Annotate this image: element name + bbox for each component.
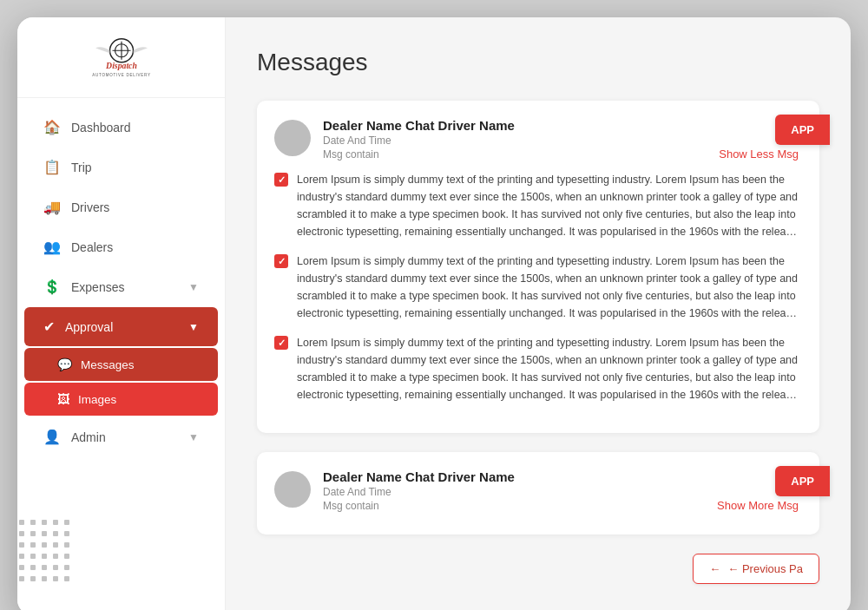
approve-button-1[interactable]: APP <box>775 115 830 145</box>
home-icon: 🏠 <box>43 119 61 135</box>
msg-name-text-1: Dealer Name Chat Driver Name <box>323 118 515 133</box>
sidebar-item-label: Admin <box>71 430 106 444</box>
msg-name-text-2: Dealer Name Chat Driver Name <box>323 469 515 484</box>
avatar-1 <box>274 120 311 156</box>
sidebar-item-approval[interactable]: ✔ Approval ▼ <box>24 307 218 346</box>
nav-list: 🏠 Dashboard 📋 Trip 🚚 Drivers 👥 Dealers 💲 <box>17 107 225 610</box>
msg-meta-2: Dealer Name Chat Driver Name Date And Ti… <box>323 469 799 512</box>
main-content: Messages Dealer Name Chat Driver Name Da… <box>226 17 851 610</box>
sidebar-sub-item-label: Images <box>78 393 116 406</box>
logo-area: Dispatch AUTOMOTIVE DELIVERY <box>17 17 225 98</box>
msg-item-1-2: Lorem Ipsum is simply dummy text of the … <box>274 253 799 322</box>
expenses-icon: 💲 <box>43 279 61 295</box>
arrow-left-icon: ← <box>709 562 720 575</box>
sidebar-item-label: Drivers <box>71 200 109 214</box>
page-title: Messages <box>257 49 819 76</box>
dealers-icon: 👥 <box>43 239 61 255</box>
msg-text-1-2: Lorem Ipsum is simply dummy text of the … <box>297 253 799 322</box>
sidebar-sub-item-label: Messages <box>81 358 135 371</box>
sidebar-item-label: Expenses <box>71 280 124 294</box>
chevron-down-icon: ▼ <box>188 281 199 293</box>
trip-icon: 📋 <box>43 159 61 175</box>
msg-item-1-1: Lorem Ipsum is simply dummy text of the … <box>274 171 799 240</box>
sidebar-item-admin[interactable]: 👤 Admin ▼ <box>24 417 218 456</box>
sidebar-item-label: Approval <box>65 320 113 334</box>
checkbox-1-3[interactable] <box>274 336 288 350</box>
approve-button-2[interactable]: APP <box>775 466 830 496</box>
sidebar-item-images[interactable]: 🖼 Images <box>24 383 218 416</box>
sidebar-item-label: Dealers <box>71 240 113 254</box>
msg-item-1-3: Lorem Ipsum is simply dummy text of the … <box>274 334 799 403</box>
msg-contain-2: Msg contain <box>323 500 515 512</box>
sidebar-item-messages[interactable]: 💬 Messages <box>24 348 218 381</box>
chevron-down-icon: ▼ <box>188 321 199 333</box>
show-more-toggle-2[interactable]: Show More Msg <box>717 499 799 512</box>
chevron-down-icon: ▼ <box>188 431 199 443</box>
messages-icon: 💬 <box>57 357 72 371</box>
msg-card-header-2: Dealer Name Chat Driver Name Date And Ti… <box>274 469 799 512</box>
msg-items-1: Lorem Ipsum is simply dummy text of the … <box>274 171 799 403</box>
checkbox-1-2[interactable] <box>274 254 288 268</box>
approval-icon: ✔ <box>43 318 55 335</box>
sidebar-item-expenses[interactable]: 💲 Expenses ▼ <box>24 267 218 306</box>
svg-text:AUTOMOTIVE DELIVERY: AUTOMOTIVE DELIVERY <box>92 73 150 77</box>
sidebar-item-trip[interactable]: 📋 Trip <box>24 148 218 187</box>
sidebar-item-dealers[interactable]: 👥 Dealers <box>24 227 218 266</box>
msg-text-1-1: Lorem Ipsum is simply dummy text of the … <box>297 171 799 240</box>
images-icon: 🖼 <box>57 392 69 406</box>
msg-name-2-wrap: Dealer Name Chat Driver Name Date And Ti… <box>323 469 515 512</box>
msg-name-1: Dealer Name Chat Driver Name Date And Ti… <box>323 118 515 161</box>
svg-text:Dispatch: Dispatch <box>105 61 137 70</box>
msg-date-1: Date And Time <box>323 134 515 147</box>
previous-button[interactable]: ← ← Previous Pa <box>693 554 819 584</box>
avatar-2 <box>274 471 311 508</box>
msg-meta-1: Dealer Name Chat Driver Name Date And Ti… <box>323 118 799 161</box>
sidebar-item-drivers[interactable]: 🚚 Drivers <box>24 187 218 226</box>
sidebar: Dispatch AUTOMOTIVE DELIVERY 🏠 Dashboard… <box>17 17 226 610</box>
drivers-icon: 🚚 <box>43 199 61 215</box>
msg-card-header-1: Dealer Name Chat Driver Name Date And Ti… <box>274 118 799 161</box>
pagination-bar: ← ← Previous Pa <box>257 554 819 584</box>
prev-label: ← Previous Pa <box>727 562 803 575</box>
sidebar-item-dashboard[interactable]: 🏠 Dashboard <box>24 108 218 147</box>
approval-sub-menu: 💬 Messages 🖼 Images <box>24 348 218 416</box>
admin-icon: 👤 <box>43 429 61 445</box>
msg-contain-1: Msg contain <box>323 148 515 161</box>
sidebar-item-label: Dashboard <box>71 121 131 134</box>
checkbox-1-1[interactable] <box>274 173 288 187</box>
message-card-1: Dealer Name Chat Driver Name Date And Ti… <box>257 101 819 433</box>
logo-image: Dispatch AUTOMOTIVE DELIVERY <box>82 33 161 85</box>
sidebar-item-label: Trip <box>71 161 92 174</box>
show-less-toggle-1[interactable]: Show Less Msg <box>719 148 799 161</box>
msg-date-2: Date And Time <box>323 486 515 498</box>
msg-text-1-3: Lorem Ipsum is simply dummy text of the … <box>297 334 799 403</box>
message-card-2: Dealer Name Chat Driver Name Date And Ti… <box>257 452 819 535</box>
